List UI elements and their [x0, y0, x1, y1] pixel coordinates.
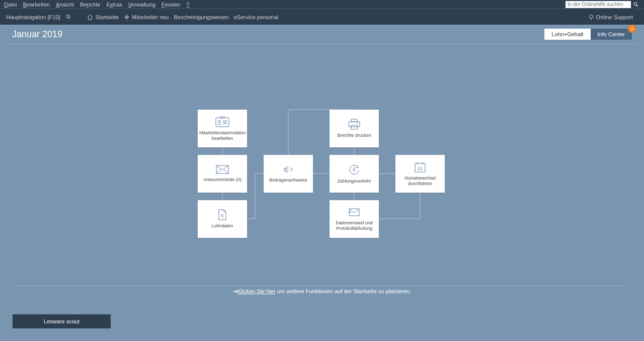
bescheinigungswesen-button[interactable]: Bescheinigungswesen — [174, 14, 228, 20]
search-button[interactable] — [632, 1, 640, 8]
id-card-icon — [215, 116, 229, 127]
footer-hint: ➔Klicken Sie hier um weitere Funktionen … — [15, 286, 629, 297]
info-center-badge: 4 — [628, 25, 636, 33]
tile-label: Beitragsnachweise — [266, 178, 310, 183]
tile-beitragsnachweise[interactable]: Beitragsnachweise — [264, 155, 313, 193]
tile-datenversand[interactable]: Datenversand und Protokollabholung — [330, 200, 379, 238]
tile-label: Berichte drucken — [334, 133, 374, 138]
svg-rect-22 — [351, 125, 357, 129]
lexware-scout-button[interactable]: Lexware scout — [13, 314, 111, 328]
page-title: Januar 2019 — [12, 29, 62, 40]
tile-label: Lohndaten — [209, 223, 236, 229]
svg-rect-20 — [351, 119, 357, 122]
svg-text:€: € — [353, 167, 356, 173]
svg-rect-14 — [216, 118, 229, 127]
envelope-send-icon — [348, 207, 361, 217]
home-icon — [87, 14, 94, 21]
workflow-canvas: Mitarbeiterstammdaten bearbeiten Bericht… — [0, 44, 644, 286]
menu-help[interactable]: ? — [186, 2, 189, 8]
online-support-button[interactable]: Online Support — [588, 14, 633, 20]
tile-zahlungsverkehr[interactable]: € Zahlungsverkehr — [330, 155, 379, 193]
tile-monatswechsel[interactable]: 12 Monatswechsel durchführen — [395, 155, 445, 193]
tile-antwortzentrale[interactable]: Antwortzentrale (0) — [198, 155, 247, 193]
plus-icon — [124, 14, 130, 20]
footer-text: um weitere Funktionen auf der Startseite… — [276, 288, 412, 294]
printer-icon — [348, 119, 361, 130]
envelope-icon — [216, 165, 229, 174]
tab-lohn-gehalt[interactable]: Lohn+Gehalt — [544, 29, 590, 40]
menu-verwaltung[interactable]: Verwaltung — [128, 2, 155, 8]
calendar-icon: 12 — [414, 161, 426, 173]
tile-lohndaten[interactable]: € Lohndaten — [198, 200, 247, 238]
menu-datei[interactable]: Datei — [4, 2, 17, 8]
tile-mitarbeiterstammdaten[interactable]: Mitarbeiterstammdaten bearbeiten — [198, 110, 247, 147]
search-input[interactable] — [566, 1, 631, 8]
tile-berichte-drucken[interactable]: Berichte drucken — [330, 110, 379, 147]
svg-point-4 — [589, 15, 593, 18]
footer-link[interactable]: Klicken Sie hier — [237, 288, 276, 294]
toolbar: Hauptnavigation [F10] Startseite Mitarbe… — [0, 9, 644, 25]
page-header: Januar 2019 Lohn+Gehalt Info Center 4 — [6, 25, 638, 44]
menu-bearbeiten[interactable]: Bearbeiten — [23, 2, 50, 8]
bulb-icon — [588, 14, 594, 20]
pin-icon[interactable] — [65, 14, 71, 20]
menu-fenster[interactable]: Fenster — [162, 2, 180, 8]
svg-line-25 — [216, 169, 221, 174]
menubar: Datei Bearbeiten Ansicht Berichte Extras… — [0, 0, 644, 9]
connectors — [0, 44, 644, 286]
hauptnavigation-button[interactable]: Hauptnavigation [F10] — [6, 14, 60, 20]
menu-ansicht[interactable]: Ansicht — [56, 2, 74, 8]
svg-line-26 — [224, 169, 228, 174]
svg-point-0 — [634, 3, 637, 6]
svg-line-1 — [637, 5, 638, 7]
tile-label: Monatswechsel durchführen — [395, 176, 445, 187]
svg-text:€: € — [221, 213, 223, 218]
tile-label: Antwortzentrale (0) — [200, 177, 245, 183]
mitarbeiter-neu-button[interactable]: Mitarbeiter neu — [124, 14, 169, 20]
startseite-button[interactable]: Startseite — [87, 14, 119, 21]
tab-info-center[interactable]: Info Center 4 — [591, 29, 632, 40]
svg-rect-21 — [349, 122, 360, 127]
arrow-icon: ➔ — [233, 288, 237, 294]
svg-point-16 — [218, 120, 221, 123]
tile-label: Mitarbeiterstammdaten bearbeiten — [196, 130, 249, 141]
euro-cycle-icon: € — [348, 163, 360, 176]
search-icon — [633, 2, 638, 7]
svg-text:12: 12 — [418, 166, 423, 171]
tile-label: Datenversand und Protokollabholung — [330, 220, 379, 231]
menu-berichte[interactable]: Berichte — [80, 2, 100, 8]
svg-point-23 — [357, 123, 358, 124]
tile-label: Zahlungsverkehr — [334, 179, 374, 184]
document-euro-icon: € — [218, 209, 227, 220]
euro-arrow-icon — [282, 164, 295, 175]
eservice-button[interactable]: eService personal — [234, 14, 278, 20]
menu-extras[interactable]: Extras — [106, 2, 122, 8]
